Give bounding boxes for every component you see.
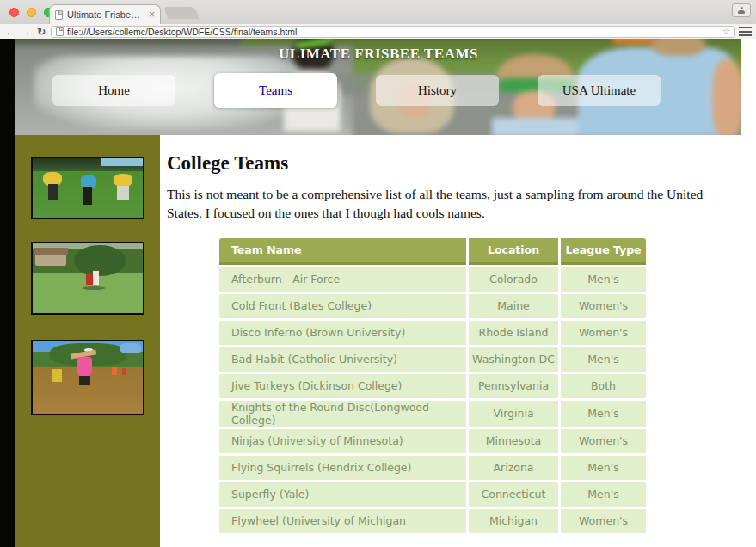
teams-table: Team Name Location League Type Afterburn…: [217, 236, 648, 536]
site-title: ULIMATE FRISBEE TEAMS: [15, 46, 741, 63]
table-header-row: Team Name Location League Type: [219, 238, 646, 265]
site-header: ULIMATE FRISBEE TEAMS Home Teams History…: [15, 39, 741, 135]
table-row: Flywheel (University of Michigan Michiga…: [219, 509, 646, 533]
main-content: College Teams This is not meant to be a …: [160, 135, 741, 547]
page-icon: [56, 27, 64, 36]
col-team-name: Team Name: [219, 238, 466, 265]
profile-button[interactable]: [732, 3, 751, 17]
browser-tab[interactable]: Ultimate Frisbee - Teams ×: [49, 4, 161, 24]
browser-window: Ultimate Frisbee - Teams × ← → ↻ file://…: [0, 0, 756, 547]
tab-bar: Ultimate Frisbee - Teams ×: [0, 0, 756, 24]
nav-home[interactable]: Home: [52, 75, 175, 106]
bookmark-star-icon[interactable]: ☆: [722, 27, 730, 36]
frisbee-photo-2: [31, 242, 144, 315]
table-row: Ninjas (University of Minnesota) Minneso…: [219, 429, 646, 453]
table-row: Jive Turkeys (Dickinson College) Pennsyl…: [219, 374, 646, 398]
table-row: Cold Front (Bates College) Maine Women's: [219, 294, 646, 318]
nav-teams[interactable]: Teams: [214, 73, 337, 108]
page-favicon: [55, 10, 63, 20]
browser-toolbar: ← → ↻ file:///Users/collemc/Desktop/WDFE…: [0, 24, 756, 39]
site-wrapper: ULIMATE FRISBEE TEAMS Home Teams History…: [15, 39, 741, 547]
intro-paragraph: This is not meant to be a comprehensive …: [167, 185, 719, 224]
main-nav: Home Teams History USA Ultimate: [15, 75, 741, 108]
close-window-button[interactable]: [9, 8, 19, 17]
table-row: Disco Inferno (Brown University) Rhode I…: [219, 321, 646, 345]
table-row: Afterburn - Air Force Colorado Men's: [219, 267, 646, 292]
page-viewport: ULIMATE FRISBEE TEAMS Home Teams History…: [0, 39, 756, 547]
tab-title: Ultimate Frisbee - Teams: [67, 9, 144, 20]
forward-icon[interactable]: →: [20, 27, 32, 37]
close-tab-icon[interactable]: ×: [149, 9, 155, 20]
reload-icon[interactable]: ↻: [35, 27, 47, 37]
nav-history[interactable]: History: [376, 75, 499, 106]
page-body: College Teams This is not meant to be a …: [15, 135, 741, 547]
table-row: Bad Habit (Catholic University) Washingt…: [219, 347, 646, 372]
new-tab-button[interactable]: [164, 7, 200, 19]
nav-usa-ultimate[interactable]: USA Ultimate: [538, 75, 661, 106]
table-row: Flying Squirrels (Hendrix College) Arizo…: [219, 456, 646, 480]
page-title: College Teams: [167, 152, 729, 175]
col-location: Location: [469, 238, 558, 265]
url-text[interactable]: file:///Users/collemc/Desktop/WDFE/CSS/f…: [67, 27, 718, 37]
sidebar: [15, 135, 160, 547]
menu-icon[interactable]: [739, 27, 752, 36]
frisbee-photo-3: [31, 340, 144, 415]
minimize-window-button[interactable]: [27, 8, 36, 17]
col-league-type: League Type: [561, 238, 646, 265]
table-row: Knights of the Round Disc(Longwood Colle…: [219, 401, 646, 427]
profile-icon: [738, 7, 745, 14]
table-row: Superfly (Yale) Connecticut Men's: [219, 482, 646, 507]
page-left-margin: [0, 39, 15, 547]
address-bar[interactable]: file:///Users/collemc/Desktop/WDFE/CSS/f…: [51, 26, 735, 38]
window-controls: [9, 8, 53, 17]
frisbee-photo-1: [31, 157, 144, 219]
back-icon[interactable]: ←: [4, 27, 16, 37]
